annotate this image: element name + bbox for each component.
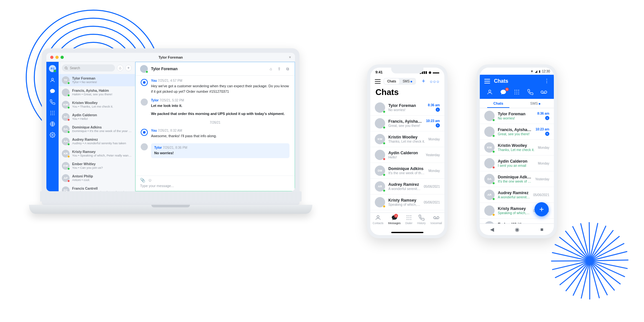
nav-home-icon[interactable]: ◉	[515, 226, 519, 232]
chat-time: Yesterday	[426, 153, 440, 157]
segment-control[interactable]: Chats SMS	[384, 78, 416, 85]
search-input[interactable]: Search	[62, 64, 115, 71]
conversation-name: Tylor Foreman	[72, 76, 97, 80]
chat-row[interactable]: AR Audrey Ramirez A wonderful serenity h…	[480, 187, 554, 203]
menu-button[interactable]	[484, 79, 490, 83]
settings-icon[interactable]	[50, 132, 55, 138]
svg-point-29	[515, 92, 516, 93]
conversation-name: Ember Whitley	[72, 162, 103, 166]
window-maximize-icon[interactable]	[61, 56, 64, 59]
avatar	[484, 111, 495, 121]
svg-point-16	[410, 215, 411, 216]
message-timestamp: 7/25/21, 5:32 PM	[160, 99, 184, 102]
tab-sms[interactable]: SMS	[517, 99, 554, 108]
fax-icon[interactable]: ⌂	[268, 66, 273, 71]
fab-new-chat[interactable]: +	[535, 202, 549, 216]
conversation-item[interactable]: AC Aydin Calderon You • Hello!	[59, 111, 135, 123]
tab-dialer[interactable]: Dialer	[405, 214, 412, 231]
conversation-name: Aydin Calderon	[72, 113, 97, 117]
chat-row[interactable]: Kristy Ramsey Speaking of which, Peter r…	[370, 194, 444, 210]
calls-icon[interactable]	[50, 99, 55, 105]
tab-history[interactable]: History	[417, 214, 425, 231]
dialpad-icon[interactable]	[513, 89, 520, 96]
filter-button[interactable]: ⌂	[117, 65, 123, 71]
overflow-button[interactable]: ⋮	[544, 78, 549, 84]
tab-label: Voicemail	[430, 222, 442, 225]
chat-time: 10:23 am	[426, 119, 440, 123]
segment-sms[interactable]: SMS	[399, 79, 415, 84]
tab-contacts[interactable]: Contacts	[373, 214, 384, 231]
new-chat-button[interactable]: +	[125, 65, 132, 71]
share-icon[interactable]: ⇪	[277, 66, 282, 71]
contacts-icon[interactable]	[50, 77, 55, 83]
avatar: KW	[62, 101, 70, 109]
message-input[interactable]: Type your message...	[140, 184, 290, 188]
user-avatar[interactable]: PJ	[49, 65, 56, 72]
home-indicator[interactable]	[391, 232, 423, 233]
messages-icon[interactable]	[50, 88, 55, 94]
conversation-preview: Antoni • cool.	[72, 178, 93, 182]
chat-row[interactable]: Aydin Calderon I sent you an email Monda…	[480, 156, 554, 171]
menu-button[interactable]	[375, 79, 381, 84]
window-close-icon[interactable]	[50, 56, 53, 59]
chat-row[interactable]: Tylor Foreman No worries! 8:36 am 1	[480, 108, 554, 124]
conversation-item[interactable]: FC Francis Cantrell Francis • Can we rev…	[59, 184, 135, 191]
chat-row[interactable]: AR Audrey Ramirez A wonderful serenity h…	[370, 179, 444, 194]
conversation-item[interactable]: AP Antoni Philip Antoni • cool.	[59, 172, 135, 184]
contacts-icon[interactable]	[486, 89, 493, 96]
svg-point-1	[51, 111, 51, 112]
chat-row[interactable]: Aydin Calderon Hello! Yesterday	[370, 147, 444, 163]
chat-header-avatar[interactable]	[140, 65, 148, 73]
segment-chats[interactable]: Chats	[384, 79, 400, 84]
window-title: Tylor Foreman	[158, 55, 183, 59]
conversation-item[interactable]: KR Kristy Ramsey You • Speaking of which…	[59, 147, 135, 160]
tab-label: Messages	[388, 222, 401, 225]
history-icon[interactable]	[527, 89, 534, 96]
chat-preview: Thanks, Let me check it.	[388, 139, 425, 143]
message-text: No worries!	[154, 150, 286, 156]
chat-row[interactable]: Ember Whitley Can you join us? 05/06/202…	[370, 210, 444, 213]
chat-row[interactable]: DM Dominique Adkins It's the one week of…	[370, 163, 444, 179]
svg-point-20	[407, 219, 408, 220]
chat-row[interactable]: Tylor Foreman No worries! 8:36 am 1	[370, 100, 444, 116]
conversation-item[interactable]: TF Tylor Foreman Tylor • No worries!	[59, 74, 135, 86]
message-sender: Tylor	[154, 146, 162, 149]
more-button[interactable]: ○○○	[430, 79, 440, 84]
tab-close-icon[interactable]: ×	[289, 55, 291, 60]
chat-row[interactable]: Francis, Ayisha, Hakim Great, see you th…	[370, 116, 444, 131]
chat-row[interactable]: KW Kristin Woolley Thanks, Let me check …	[480, 140, 554, 156]
tab-chats[interactable]: Chats	[480, 99, 517, 108]
conversation-name: Audrey Ramirez	[72, 137, 126, 141]
conversation-item[interactable]: AA Audrey Ramirez Audrey • A wonderful s…	[59, 135, 135, 147]
chat-row[interactable]: Ember Whitley No right now. 05/06/2021	[480, 219, 554, 223]
emoji-icon[interactable]: ☺	[148, 178, 152, 183]
world-icon[interactable]	[50, 121, 55, 127]
chat-time: 8:36 am	[537, 112, 549, 115]
tab-messages[interactable]: Messages 2	[388, 214, 401, 231]
chat-row[interactable]: KW Kristin Woolley Thanks, Let me check …	[370, 131, 444, 147]
popout-icon[interactable]: ⧉	[285, 66, 290, 71]
chat-time: Monday	[428, 169, 440, 173]
nav-recent-icon[interactable]: ■	[540, 227, 544, 232]
voicemail-icon[interactable]	[540, 89, 547, 96]
nav-back-icon[interactable]: ◀	[490, 226, 494, 232]
conversation-item[interactable]: Francis, Ayisha, Hakim Hakim • Great, se…	[59, 86, 135, 99]
tab-voicemail[interactable]: Voicemail	[430, 214, 442, 231]
chat-preview: A wonderful serenity has taken	[388, 187, 421, 191]
chat-preview: It's the one week of the year in which	[498, 179, 532, 183]
chat-row[interactable]: DA Dominique Adkins It's the one week of…	[480, 171, 554, 187]
notch	[391, 68, 423, 73]
tab-label: History	[417, 222, 425, 225]
conversation-preview: Hakim • Great, see you there!	[72, 92, 112, 96]
conversation-item[interactable]: EW Ember Whitley You • Can you join us?	[59, 160, 135, 172]
chat-row[interactable]: Francis, Ayisha, Hakim Great, see you th…	[480, 124, 554, 140]
dialpad-icon[interactable]	[50, 110, 55, 116]
conversation-item[interactable]: KW Kristen Woolley You • Thanks, Let me …	[59, 99, 135, 111]
attach-icon[interactable]: 📎	[140, 178, 145, 183]
window-minimize-icon[interactable]	[55, 56, 59, 59]
conversation-item[interactable]: DA Dominique Adkins Dominique • It's the…	[59, 123, 135, 135]
chat-preview: Great, see you there!	[388, 124, 423, 128]
battery-icon: ▮	[539, 70, 541, 73]
messages-icon[interactable]: 5	[500, 89, 507, 96]
compose-button[interactable]: +	[422, 78, 425, 85]
